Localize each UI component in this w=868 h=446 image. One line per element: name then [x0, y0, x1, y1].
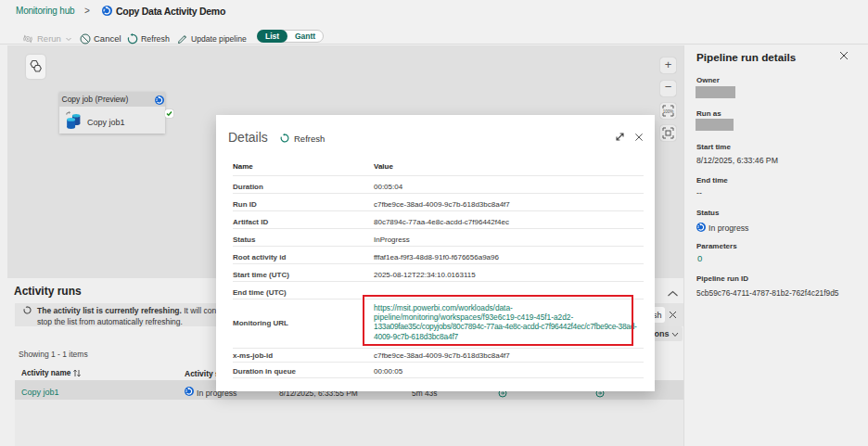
svg-text:100%: 100%: [663, 109, 674, 114]
